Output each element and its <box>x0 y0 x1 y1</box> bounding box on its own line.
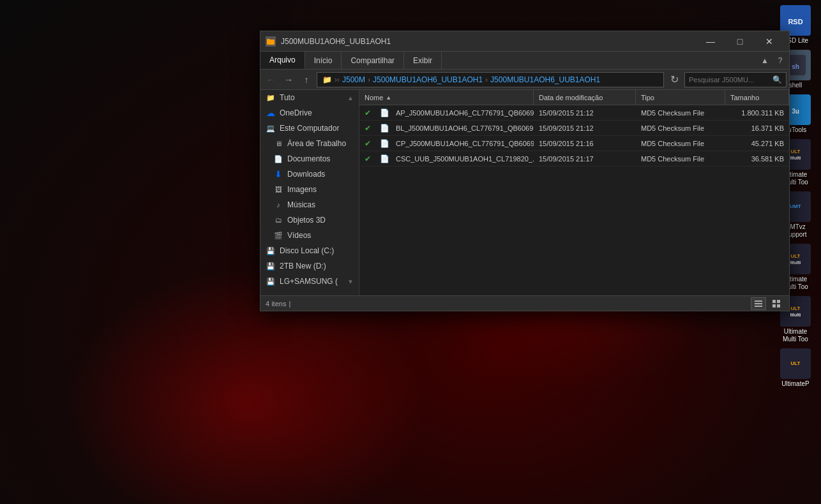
table-row[interactable]: ✔ 📄 BL_J500MUBU1AOH6_CL776791_QB6069... … <box>359 121 789 136</box>
file-cell-type-1: MD5 Checksum File <box>636 124 725 132</box>
maximize-button[interactable]: □ <box>725 31 755 52</box>
address-bar: ← → ↑ 📁 ›› J500M › J500MUBU1AOH6_UUB1AOH… <box>260 70 789 90</box>
sidebar-musicas-label: Músicas <box>287 200 315 209</box>
view-controls <box>751 297 784 310</box>
detail-view-button[interactable] <box>769 297 784 310</box>
sort-arrow-name: ▲ <box>386 94 391 101</box>
search-icon: 🔍 <box>772 75 782 84</box>
path-crumb-j500m[interactable]: J500M <box>342 75 365 84</box>
path-sep-1: ›› <box>335 75 340 84</box>
sidebar: 📁 Tuto ▲ ☁ OneDrive 💻 Este Computador 🖥 … <box>260 90 359 295</box>
sidebar-objetos3d-label: Objetos 3D <box>287 216 326 225</box>
sidebar-item-imagens[interactable]: 🖼 Imagens <box>260 182 359 197</box>
col-header-size[interactable]: Tamanho <box>725 90 789 105</box>
table-row[interactable]: ✔ 📄 CP_J500MUBU1AOH6_CL776791_QB6069... … <box>359 136 789 151</box>
svg-rect-20 <box>267 39 270 41</box>
forward-button[interactable]: → <box>281 72 296 87</box>
search-box[interactable]: 🔍 <box>684 72 787 87</box>
minimize-button[interactable]: — <box>696 31 725 52</box>
sidebar-computador-label: Este Computador <box>280 124 339 133</box>
desktop-icon-ultimatep[interactable]: ULT UltimateP <box>772 348 818 388</box>
sidebar-downloads-label: Downloads <box>287 170 325 179</box>
ribbon-expand-icon[interactable]: ▲ <box>758 54 771 67</box>
sidebar-item-onedrive[interactable]: ☁ OneDrive <box>260 105 359 121</box>
file-list: ✔ 📄 AP_J500MUBU1AOH6_CL776791_QB6069... … <box>359 105 789 295</box>
lg-samsung-icon: 💾 <box>266 276 276 286</box>
file-cell-type-2: MD5 Checksum File <box>636 140 725 147</box>
sidebar-onedrive-label: OneDrive <box>280 108 312 117</box>
ribbon-right-controls: ▲ ? <box>758 52 789 69</box>
file-cell-name-3: ✔ 📄 CSC_UUB_J500MUUB1AOH1_CL719820_... <box>359 154 534 163</box>
path-crumb-uub1aoh1[interactable]: J500MUBU1AOH6_UUB1AOH1 <box>373 75 483 84</box>
column-headers: Nome ▲ Data de modificação Tipo Tamanho <box>359 90 789 105</box>
svg-text:3u: 3u <box>792 108 799 115</box>
file-cell-name-0: ✔ 📄 AP_J500MUBU1AOH6_CL776791_QB6069... <box>359 108 534 117</box>
sidebar-item-tuto[interactable]: 📁 Tuto ▲ <box>260 90 359 105</box>
col-header-type[interactable]: Tipo <box>636 90 725 105</box>
close-button[interactable]: ✕ <box>755 31 784 52</box>
tab-compartilhar[interactable]: Compartilhar <box>342 52 404 69</box>
sidebar-item-lg-samsung[interactable]: 💾 LG+SAMSUNG ( ▼ <box>260 274 359 289</box>
refresh-button[interactable]: ↻ <box>667 72 682 87</box>
objetos3d-icon: 🗂 <box>273 215 283 225</box>
path-sep-3: › <box>485 75 488 84</box>
sidebar-disco-label: Disco Local (C:) <box>280 246 334 255</box>
search-input[interactable] <box>689 76 770 84</box>
file-cell-type-3: MD5 Checksum File <box>636 155 725 163</box>
shell-label: shell <box>789 82 802 89</box>
sidebar-item-documentos[interactable]: 📄 Documentos <box>260 151 359 167</box>
sidebar-item-objetos3d[interactable]: 🗂 Objetos 3D <box>260 212 359 228</box>
tab-arquivo[interactable]: Arquivo <box>260 52 305 69</box>
sidebar-item-este-computador[interactable]: 💻 Este Computador <box>260 121 359 136</box>
file-explorer-window: J500MUBU1AOH6_UUB1AOH1 — □ ✕ Arquivo Iní… <box>260 31 790 311</box>
tuto-folder-icon: 📁 <box>266 93 276 103</box>
svg-rect-24 <box>772 300 776 303</box>
table-row[interactable]: ✔ 📄 CSC_UUB_J500MUUB1AOH1_CL719820_... 1… <box>359 151 789 167</box>
file-cell-size-1: 16.371 KB <box>725 124 789 132</box>
onedrive-icon: ☁ <box>266 108 276 118</box>
tab-exibir[interactable]: Exibir <box>404 52 442 69</box>
ribbon-help-icon[interactable]: ? <box>774 54 787 67</box>
tab-inicio[interactable]: Início <box>305 52 342 69</box>
address-path[interactable]: 📁 ›› J500M › J500MUBU1AOH6_UUB1AOH1 › J5… <box>317 72 664 87</box>
list-view-button[interactable] <box>751 297 766 310</box>
sidebar-item-area-trabalho[interactable]: 🖥 Área de Trabalho <box>260 136 359 151</box>
path-folder-icon: 📁 <box>322 75 332 84</box>
check-icon-0: ✔ <box>365 108 373 117</box>
check-icon-3: ✔ <box>365 154 373 163</box>
musicas-icon: ♪ <box>273 200 283 210</box>
sidebar-item-musicas[interactable]: ♪ Músicas <box>260 197 359 212</box>
up-button[interactable]: ↑ <box>299 72 314 87</box>
path-crumb-current[interactable]: J500MUBU1AOH6_UUB1AOH1 <box>490 75 600 84</box>
file-cell-type-0: MD5 Checksum File <box>636 109 725 117</box>
svg-text:ULT: ULT <box>791 306 801 311</box>
col-header-date[interactable]: Data de modificação <box>534 90 636 105</box>
svg-rect-25 <box>777 300 780 303</box>
lgsamsung-expand-arrow: ▼ <box>347 278 354 285</box>
ultimatep-icon: ULT <box>780 348 811 379</box>
col-header-name[interactable]: Nome ▲ <box>359 90 534 105</box>
sidebar-item-downloads[interactable]: ⬇ Downloads <box>260 167 359 182</box>
window-controls: — □ ✕ <box>696 31 784 52</box>
check-icon-1: ✔ <box>365 124 373 133</box>
title-bar: J500MUBU1AOH6_UUB1AOH1 — □ ✕ <box>260 31 789 52</box>
downloads-icon: ⬇ <box>273 169 283 179</box>
sidebar-item-disco-local[interactable]: 💾 Disco Local (C:) <box>260 243 359 258</box>
ultimulti3-label: UltimateMulti Too <box>783 328 808 343</box>
sidebar-areatrabalho-label: Área de Trabalho <box>287 139 346 148</box>
sidebar-item-videos[interactable]: 🎬 Vídeos <box>260 228 359 243</box>
status-cursor: | <box>289 300 290 308</box>
title-bar-icons <box>266 36 276 47</box>
back-button[interactable]: ← <box>263 72 278 87</box>
file-icon-0: 📄 <box>380 108 389 117</box>
desktop-icon-small: 🖥 <box>273 138 283 149</box>
table-row[interactable]: ✔ 📄 AP_J500MUBU1AOH6_CL776791_QB6069... … <box>359 105 789 121</box>
sidebar-item-2tb[interactable]: 💾 2TB New (D:) <box>260 258 359 274</box>
file-cell-size-3: 36.581 KB <box>725 155 789 163</box>
svg-text:ULT: ULT <box>791 253 801 259</box>
2tb-icon: 💾 <box>266 261 276 271</box>
file-cell-date-1: 15/09/2015 21:12 <box>534 124 636 132</box>
sidebar-tuto-label: Tuto <box>280 93 295 102</box>
ultimatep-label: UltimateP <box>781 380 809 388</box>
tuto-expand-arrow: ▲ <box>347 94 354 101</box>
